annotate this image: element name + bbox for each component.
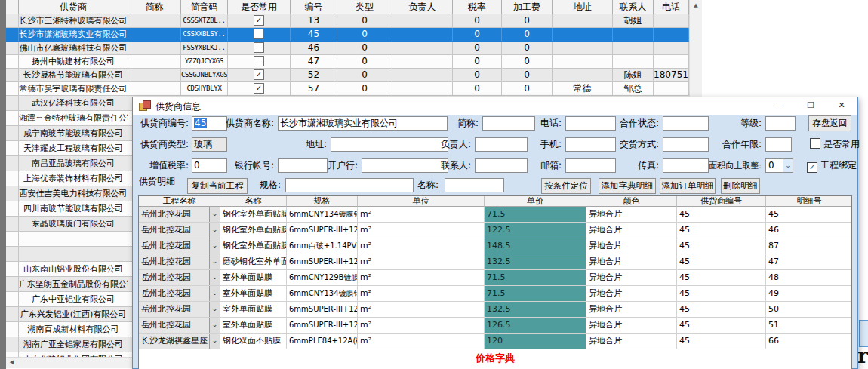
detail-table-row[interactable]: 岳州北控花园⌄室外单面贴膜6mmSUPER-III+12A(硅...m²132.… xyxy=(139,302,851,318)
grid-cell-supplier[interactable] xyxy=(19,247,128,262)
col-header-number[interactable]: 编号 xyxy=(291,0,337,14)
supplier-no-cell[interactable]: 45 xyxy=(677,270,766,286)
col-header-short-name[interactable]: 简称 xyxy=(128,0,181,14)
grid-cell-address[interactable] xyxy=(553,14,613,28)
checkbox-checked-icon[interactable] xyxy=(807,162,817,173)
scroll-up-icon[interactable]: ▲ xyxy=(690,0,702,12)
row-header-cell[interactable] xyxy=(6,96,19,111)
grid-cell-tax-rate[interactable]: 0 xyxy=(453,69,502,82)
grid-cell-phone[interactable] xyxy=(654,28,689,42)
delivery-method-field[interactable] xyxy=(663,137,709,152)
grid-cell-type[interactable]: 0 xyxy=(337,14,392,28)
project-binding-checkbox[interactable]: 工程绑定 xyxy=(807,158,857,173)
supplier-no-cell[interactable]: 45 xyxy=(677,207,766,223)
grid-cell-supplier[interactable]: 武汉亿泽科技有限公司 xyxy=(19,96,128,111)
grid-cell-is-common[interactable] xyxy=(228,69,291,82)
color-cell[interactable]: 异地合片 xyxy=(586,207,677,223)
price-cell[interactable]: 132.5 xyxy=(485,302,586,318)
row-header-cell[interactable] xyxy=(6,69,19,82)
grid-cell-tax-rate[interactable]: 0 xyxy=(453,42,502,55)
detail-table-row[interactable]: 岳州北控花园⌄室外单面贴膜6mmSUPER-III+12A(硅...m²126.… xyxy=(139,318,851,334)
grid-cell-supplier[interactable]: 天津耀皮工程玻璃有限公司 xyxy=(19,141,128,156)
name-cell[interactable]: 室外单面贴膜 xyxy=(220,302,287,318)
supplier-no-cell[interactable]: 45 xyxy=(677,302,766,318)
detail-no-cell[interactable]: 46 xyxy=(766,223,852,238)
grid-cell-manager[interactable] xyxy=(392,82,453,96)
grid-cell-number[interactable]: 46 xyxy=(291,42,337,55)
detail-table-row[interactable]: 岳州北控花园⌄钢化室外单面贴膜6mmCNY134镀膜钢化m²71.5异地合片45… xyxy=(139,207,851,223)
grid-cell-is-common[interactable] xyxy=(228,42,291,55)
grid-cell-code[interactable]: YZZQJCYXGS xyxy=(181,55,228,69)
checkbox-icon[interactable] xyxy=(254,29,264,39)
grid-cell-supplier[interactable]: 西安佳吉美电力科技有限公司 xyxy=(19,186,128,201)
unit-cell[interactable]: m² xyxy=(358,238,485,254)
col-header-phone[interactable]: 电话 xyxy=(654,0,689,14)
supplier-table-row[interactable]: 扬州中勤建材有限公司YZZQJCYXGS47000 xyxy=(6,55,689,69)
grid-cell-manager[interactable] xyxy=(392,55,453,69)
supplier-type-field[interactable]: 玻璃 xyxy=(192,137,227,152)
name-cell[interactable]: 钢化双面不贴膜 xyxy=(220,334,287,349)
grid-cell-supplier[interactable]: 常德市昊宇玻璃有限责任公司 xyxy=(19,82,128,96)
unit-cell[interactable]: m² xyxy=(358,207,485,223)
supplier-no-cell[interactable]: 45 xyxy=(677,334,766,349)
row-header-cell[interactable] xyxy=(6,307,19,322)
scroll-left-icon[interactable]: ◀ xyxy=(6,358,17,368)
grid-cell-manager[interactable] xyxy=(392,28,453,42)
price-cell[interactable]: 148.5 xyxy=(485,238,586,254)
grid-cell-supplier[interactable]: 四川南玻节能玻璃有限公司 xyxy=(19,201,128,217)
grid-cell-tax-rate[interactable]: 0 xyxy=(453,55,502,69)
detail-no-cell[interactable]: 51 xyxy=(766,318,852,334)
grid-cell-short-name[interactable] xyxy=(128,69,181,82)
supplier-no-cell[interactable]: 45 xyxy=(677,254,766,270)
grid-cell-phone[interactable]: 180751 xyxy=(654,69,689,82)
grid-cell-process-fee[interactable]: 0 xyxy=(502,69,553,82)
detail-col-header[interactable]: 供货商编号 xyxy=(677,196,766,207)
name-cell[interactable]: 钢化室外单面贴膜 xyxy=(220,223,287,238)
detail-table-row[interactable]: 岳州北控花园⌄钢化室外单面贴膜6mm白玻+1.14PVB+6mm...m²148… xyxy=(139,238,851,254)
spec-filter-field[interactable] xyxy=(285,178,414,192)
chevron-down-icon[interactable]: ⌄ xyxy=(209,238,220,254)
grid-cell-tax-rate[interactable]: 0 xyxy=(453,82,502,96)
grid-cell-process-fee[interactable]: 0 xyxy=(502,55,553,69)
row-header-cell[interactable] xyxy=(6,217,19,232)
grid-cell-supplier[interactable]: 湖南广亚全铝家居有限公司 xyxy=(19,337,128,352)
grid-cell-supplier[interactable]: 长沙晟格节能玻璃有限公司 xyxy=(19,69,128,82)
grid-cell-phone[interactable] xyxy=(654,14,689,28)
supplier-no-cell[interactable]: 45 xyxy=(677,223,766,238)
row-header-cell[interactable] xyxy=(6,126,19,141)
name-filter-field[interactable] xyxy=(445,178,504,192)
grid-cell-contact[interactable] xyxy=(613,42,654,55)
grid-cell-supplier[interactable]: 长沙市潇湘玻璃实业有限公司 xyxy=(19,28,128,42)
spec-cell[interactable]: 6mmSUPER-III+12A(硅... xyxy=(287,318,358,334)
detail-no-cell[interactable]: 48 xyxy=(766,270,852,286)
unit-cell[interactable]: m² xyxy=(358,254,485,270)
name-cell[interactable]: 室外单面贴膜 xyxy=(220,318,287,334)
detail-col-header[interactable]: 规格 xyxy=(287,196,358,207)
grid-cell-supplier[interactable] xyxy=(19,232,128,247)
detail-no-cell[interactable]: 49 xyxy=(766,286,852,302)
delete-detail-button[interactable]: 删除明细 xyxy=(721,178,760,194)
checkbox-checked-icon[interactable] xyxy=(254,69,264,80)
grid-cell-type[interactable]: 0 xyxy=(337,28,392,42)
minimize-button[interactable]: — xyxy=(765,97,796,115)
grid-cell-address[interactable] xyxy=(553,42,613,55)
chevron-down-icon[interactable]: ⌄ xyxy=(209,318,220,333)
detail-no-cell[interactable]: 50 xyxy=(766,302,852,318)
grid-cell-is-common[interactable] xyxy=(228,28,291,42)
grid-cell-contact[interactable]: 陈姐 xyxy=(613,69,654,82)
checkbox-checked-icon[interactable] xyxy=(254,15,264,26)
name-cell[interactable]: 钢化室外单面贴膜 xyxy=(220,207,287,223)
row-header-cell[interactable] xyxy=(6,292,19,307)
project-combo-cell[interactable]: 岳州北控花园⌄ xyxy=(139,302,220,318)
detail-table-row[interactable]: 岳州北控花园⌄磨砂钢化室外单面贴膜6mmSUPER-III+12A(硅...m²… xyxy=(139,254,851,270)
grid-cell-short-name[interactable] xyxy=(128,28,181,42)
copy-current-project-button[interactable]: 复制当前工程 xyxy=(187,178,248,194)
grid-cell-manager[interactable] xyxy=(392,14,453,28)
grid-cell-phone[interactable] xyxy=(654,42,689,55)
grid-cell-contact[interactable]: 邹总 xyxy=(613,82,654,96)
col-header-manager[interactable]: 负责人 xyxy=(392,0,453,14)
locate-by-condition-button[interactable]: 按条件定位 xyxy=(541,178,591,194)
detail-no-cell[interactable]: 45 xyxy=(766,207,852,223)
col-header-process-fee[interactable]: 加工费 xyxy=(502,0,553,14)
grid-cell-short-name[interactable] xyxy=(128,14,181,28)
